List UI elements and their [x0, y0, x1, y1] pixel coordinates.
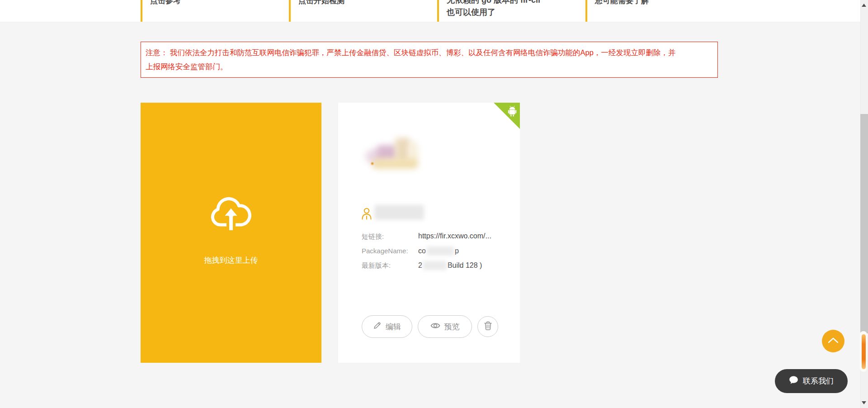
- field-latest-version: 最新版本: 2Build 128 ): [362, 261, 514, 272]
- scrollbar-up-arrow[interactable]: [862, 4, 866, 7]
- scroll-float-orange-bar: [862, 334, 866, 369]
- help-column-1-label[interactable]: 点击参考: [150, 0, 285, 6]
- latest-version-redacted: [423, 261, 447, 270]
- delete-button[interactable]: [477, 316, 498, 337]
- short-link-label: 短链接:: [362, 232, 384, 241]
- short-link-value[interactable]: https://fir.xcxwo.com/...: [418, 232, 491, 240]
- pencil-icon: [373, 321, 382, 332]
- latest-version-suffix: Build 128 ): [448, 261, 482, 269]
- dropzone-label: 拖拽到这里上传: [141, 255, 321, 266]
- package-name-prefix: co: [418, 247, 426, 255]
- help-column-3-line1[interactable]: 无依赖的 go 版本的 fir-cli: [447, 0, 582, 6]
- page: 点击参考 点击开始检测 无依赖的 go 版本的 fir-cli 也可以使用了 您…: [0, 0, 868, 408]
- preview-button-label: 预览: [444, 322, 460, 332]
- help-column-4-label[interactable]: 您可能需要了解: [595, 0, 718, 6]
- field-package-name: PackageName: cop: [362, 247, 514, 257]
- package-name-suffix: p: [455, 247, 459, 255]
- help-column-1: 点击参考: [141, 0, 285, 22]
- help-column-4: 您可能需要了解: [585, 0, 718, 22]
- scrollbar-thumb[interactable]: [860, 114, 868, 333]
- latest-version-prefix: 2: [418, 261, 422, 269]
- fraud-warning-notice: 注意： 我们依法全力打击和防范互联网电信诈骗犯罪，严禁上传金融借贷、区块链虚拟币…: [141, 42, 718, 78]
- scrollbar-down-arrow[interactable]: [862, 401, 866, 404]
- icon-blur-dot: [371, 162, 373, 165]
- edit-button-label: 编辑: [386, 322, 401, 332]
- package-name-label: PackageName:: [362, 247, 408, 255]
- edit-button[interactable]: 编辑: [362, 315, 412, 338]
- back-to-top-button[interactable]: [822, 330, 844, 352]
- contact-us-button[interactable]: 联系我们: [775, 369, 848, 393]
- trash-icon: [484, 321, 492, 332]
- app-name-blurred: [374, 205, 424, 220]
- help-column-2: 点击开始检测: [289, 0, 434, 22]
- contact-us-label: 联系我们: [803, 376, 834, 386]
- app-icon-blurred: [365, 138, 418, 170]
- preview-button[interactable]: 预览: [418, 315, 472, 338]
- help-column-2-label[interactable]: 点击开始检测: [298, 0, 434, 6]
- latest-version-label: 最新版本:: [362, 261, 391, 270]
- chat-bubble-icon: [789, 375, 798, 387]
- app-card: 短链接: https://fir.xcxwo.com/... PackageNa…: [338, 103, 520, 363]
- icon-blur-blob: [377, 145, 397, 161]
- fraud-warning-line2: 上报网络安全监管部门。: [146, 60, 713, 74]
- cloud-upload-icon: [206, 191, 256, 236]
- field-short-link: 短链接: https://fir.xcxwo.com/...: [362, 232, 514, 243]
- person-icon: [361, 207, 373, 220]
- package-name-redacted: [427, 247, 454, 256]
- latest-version-value: 2Build 128 ): [418, 261, 482, 270]
- chevron-up-icon: [827, 337, 840, 346]
- eye-icon: [430, 322, 440, 332]
- help-column-3: 无依赖的 go 版本的 fir-cli 也可以使用了: [437, 0, 582, 22]
- icon-blur-blob: [373, 159, 418, 169]
- upload-dropzone[interactable]: 拖拽到这里上传: [141, 103, 321, 363]
- fraud-warning-line1: 注意： 我们依法全力打击和防范互联网电信诈骗犯罪，严禁上传金融借贷、区块链虚拟币…: [146, 46, 713, 60]
- android-icon: [508, 106, 517, 117]
- help-column-3-line2[interactable]: 也可以使用了: [447, 6, 582, 19]
- package-name-value: cop: [418, 247, 459, 256]
- help-bar: 点击参考 点击开始检测 无依赖的 go 版本的 fir-cli 也可以使用了 您…: [0, 0, 868, 22]
